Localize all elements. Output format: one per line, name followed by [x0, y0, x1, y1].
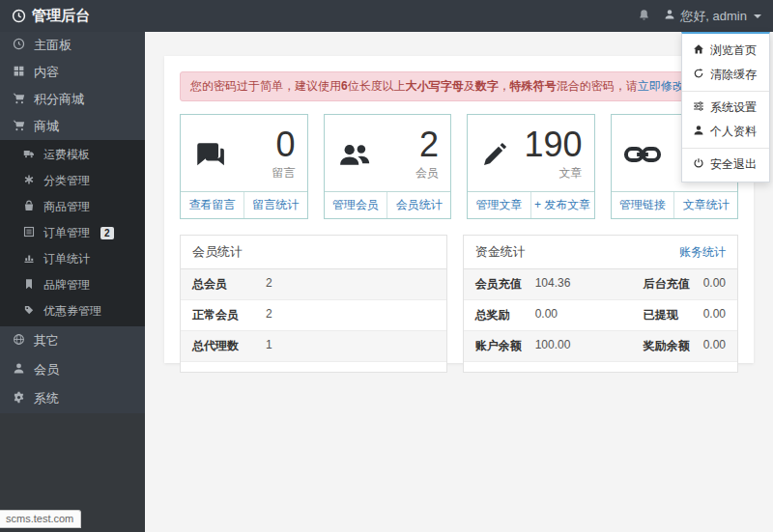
manage-links-link[interactable]: 管理链接 [612, 192, 674, 218]
sidebar-item-label: 商城 [34, 118, 59, 135]
menu-item-browse-home[interactable]: 浏览首页 [682, 39, 769, 63]
cart-icon [13, 92, 25, 107]
bookmark-icon [23, 278, 35, 293]
panel-title: 会员统计 [192, 243, 243, 261]
sidebar-item-dashboard[interactable]: 主面板 [0, 32, 145, 59]
topbar: 管理后台 您好, admin [0, 0, 773, 32]
sidebar: 主面板 内容 积分商城 商城 运费模板 分类管理 商品管理 订单 [0, 32, 145, 532]
bell-icon[interactable] [638, 9, 650, 24]
menu-item-label: 系统设置 [710, 99, 757, 116]
gear-icon [13, 391, 25, 406]
menu-divider [682, 91, 769, 92]
dashboard-icon [13, 38, 25, 53]
member-stats-link[interactable]: 会员统计 [386, 192, 450, 218]
grid-icon [13, 65, 25, 80]
sidebar-item-label: 订单管理 [43, 225, 90, 241]
menu-item-system-settings[interactable]: 系统设置 [682, 96, 769, 120]
table-row: 正常会员 2 [181, 300, 446, 331]
alert-text: 及 [464, 79, 475, 93]
stat-label: 文章 [524, 165, 582, 182]
sidebar-item-content[interactable]: 内容 [0, 59, 145, 86]
alert-text: 6 [341, 79, 348, 93]
user-dropdown-menu: 浏览首页 清除缓存 系统设置 个人资料 安全退出 [681, 32, 770, 182]
manage-members-link[interactable]: 管理会员 [325, 192, 387, 218]
sliders-icon [693, 100, 704, 115]
password-warning-alert: 您的密码过于简单，建议使用6位长度以上大小写字母及数字，特殊符号混合的密码，请立… [180, 71, 738, 101]
alert-text: 您的密码过于简单，建议使用 [190, 79, 341, 93]
sidebar-item-category-manage[interactable]: 分类管理 [0, 168, 145, 194]
stat-card-articles: 190 文章 管理文章 + 发布文章 [467, 114, 595, 219]
manage-articles-link[interactable]: 管理文章 [468, 192, 530, 218]
stat-card-messages: 0 留言 查看留言 留言统计 [180, 114, 308, 219]
row-label: 正常会员 [192, 307, 266, 323]
sidebar-item-label: 系统 [34, 390, 59, 407]
message-stats-link[interactable]: 留言统计 [243, 192, 307, 218]
article-stats-link[interactable]: 文章统计 [673, 192, 737, 218]
user-menu-toggle[interactable]: 您好, admin [664, 8, 761, 25]
stat-value: 0 [272, 126, 296, 163]
funds-stats-panel: 资金统计 账务统计 会员充值 104.36 后台充值 0.00 总奖励 0.00… [463, 235, 738, 373]
table-row: 总代理数 1 [181, 331, 446, 362]
table-row: 会员充值 104.36 后台充值 0.00 [464, 269, 737, 300]
asterisk-icon [23, 174, 35, 188]
sidebar-item-mall[interactable]: 商城 [0, 113, 145, 140]
refresh-icon [693, 68, 704, 82]
alert-text: 混合的密码，请 [557, 79, 638, 93]
sidebar-item-label: 主面板 [34, 37, 72, 54]
chevron-down-icon [754, 14, 761, 18]
bar-chart-icon [23, 252, 35, 266]
stat-label: 留言 [272, 165, 296, 182]
power-icon [693, 157, 704, 172]
row-value: 1 [266, 338, 272, 354]
sidebar-item-points-mall[interactable]: 积分商城 [0, 86, 145, 113]
clock-icon [12, 9, 26, 23]
publish-article-link[interactable]: + 发布文章 [530, 192, 594, 218]
comments-icon [192, 138, 227, 175]
sidebar-item-order-manage[interactable]: 订单管理 2 [0, 220, 145, 246]
truck-icon [23, 148, 35, 162]
menu-item-profile[interactable]: 个人资料 [682, 120, 769, 144]
sidebar-item-brand-manage[interactable]: 品牌管理 [0, 272, 145, 298]
menu-item-label: 清除缓存 [710, 67, 757, 83]
row-value: 2 [266, 307, 272, 323]
list-icon [23, 226, 35, 240]
sidebar-item-label: 订单统计 [43, 251, 90, 267]
stat-card-members: 2 会员 管理会员 会员统计 [324, 114, 452, 219]
row-label: 奖励余额 [644, 338, 703, 354]
sidebar-item-coupon-manage[interactable]: 优惠券管理 [0, 298, 145, 324]
row-label: 总会员 [192, 276, 266, 293]
alert-text: 位长度以上 [348, 79, 406, 93]
sidebar-item-system[interactable]: 系统 [0, 384, 145, 413]
order-count-badge: 2 [100, 227, 114, 239]
menu-item-label: 安全退出 [710, 156, 757, 173]
menu-item-logout[interactable]: 安全退出 [682, 153, 769, 177]
app-logo[interactable]: 管理后台 [12, 7, 90, 25]
sidebar-item-shipping-template[interactable]: 运费模板 [0, 142, 145, 168]
user-greeting: 您好, admin [680, 8, 747, 25]
row-label: 会员充值 [475, 276, 535, 293]
globe-icon [13, 333, 25, 349]
table-row: 账户余额 100.00 奖励余额 0.00 [464, 331, 737, 362]
finance-stats-link[interactable]: 账务统计 [679, 244, 726, 261]
stat-label: 会员 [415, 165, 439, 182]
row-value: 0.00 [703, 276, 726, 293]
table-row: 总会员 2 [181, 269, 446, 300]
sidebar-item-order-stats[interactable]: 订单统计 [0, 246, 145, 272]
sidebar-item-label: 运费模板 [43, 147, 90, 163]
row-value: 104.36 [535, 276, 644, 293]
menu-item-clear-cache[interactable]: 清除缓存 [682, 63, 769, 87]
user-icon [13, 362, 25, 378]
sidebar-item-members[interactable]: 会员 [0, 355, 145, 384]
home-icon [693, 43, 704, 58]
sidebar-item-product-manage[interactable]: 商品管理 [0, 194, 145, 220]
sidebar-item-label: 内容 [34, 64, 59, 81]
change-password-link[interactable]: 立即修改 [638, 79, 684, 93]
sidebar-item-other[interactable]: 其它 [0, 326, 145, 355]
sidebar-item-label: 分类管理 [43, 173, 90, 189]
menu-item-label: 浏览首页 [710, 42, 757, 59]
user-icon [693, 125, 704, 139]
sidebar-item-label: 商品管理 [43, 199, 90, 215]
sidebar-item-label: 品牌管理 [43, 277, 90, 294]
view-messages-link[interactable]: 查看留言 [181, 192, 243, 218]
browser-status-bubble: scms.test.com [0, 510, 81, 528]
